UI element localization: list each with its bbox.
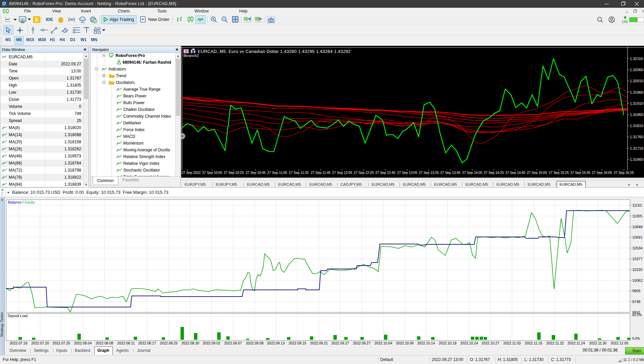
- svg-text:27 Sep 15:05: 27 Sep 15:05: [527, 171, 547, 175]
- svg-text:27 Sep 12:45: 27 Sep 12:45: [375, 171, 395, 175]
- svg-text:27 Sep 2022: 27 Sep 2022: [182, 171, 201, 175]
- svg-text:27 Sep 16:05: 27 Sep 16:05: [592, 171, 612, 175]
- svg-text:2022.10.04: 2022.10.04: [375, 341, 392, 345]
- svg-text:2022.09.27: 2022.09.27: [331, 341, 349, 345]
- svg-text:2022.10.06: 2022.10.06: [396, 341, 414, 345]
- svg-text:10848: 10848: [632, 225, 643, 229]
- svg-text:10691: 10691: [632, 235, 643, 239]
- svg-text:2022.11.15: 2022.11.15: [525, 341, 542, 345]
- svg-text:2022.11.30: 2022.11.30: [589, 341, 607, 345]
- svg-text:11005: 11005: [632, 214, 642, 218]
- svg-text:2022.09.15: 2022.09.15: [289, 341, 307, 345]
- svg-text:1.31660: 1.31660: [630, 157, 643, 161]
- svg-text:10377: 10377: [632, 257, 643, 261]
- svg-text:Balance / Equity: Balance / Equity: [8, 200, 35, 204]
- svg-text:27 Sep 11:45: 27 Sep 11:45: [311, 171, 331, 175]
- svg-text:1.32060: 1.32060: [630, 68, 643, 72]
- svg-text:1.31710: 1.31710: [630, 146, 643, 150]
- svg-text:27 Sep 15:45: 27 Sep 15:45: [570, 171, 590, 175]
- svg-text:27 Sep 14:45: 27 Sep 14:45: [505, 171, 525, 175]
- svg-text:2022.08.25: 2022.08.25: [160, 341, 178, 345]
- svg-text:2022.08.04: 2022.08.04: [74, 341, 92, 345]
- svg-text:$: $: [35, 17, 38, 22]
- svg-text:2022.10.14: 2022.10.14: [417, 341, 435, 345]
- svg-text:27 Sep 11:05: 27 Sep 11:05: [267, 171, 287, 175]
- svg-text:10220: 10220: [632, 268, 643, 272]
- svg-text:2022.11.24: 2022.11.24: [568, 341, 585, 345]
- svg-text:27 Sep 14:25: 27 Sep 14:25: [484, 171, 504, 175]
- svg-text:9905: 9905: [632, 289, 640, 293]
- svg-text:27 Sep 13:05: 27 Sep 13:05: [397, 171, 417, 175]
- svg-text:1.31760: 1.31760: [630, 135, 643, 139]
- svg-text:1.32110: 1.32110: [630, 57, 643, 61]
- svg-text:1.31910: 1.31910: [630, 101, 643, 105]
- svg-text:1.32010: 1.32010: [630, 79, 643, 83]
- svg-text:2022.10.27: 2022.10.27: [482, 341, 500, 345]
- svg-text:27 Sep 13:45: 27 Sep 13:45: [440, 171, 460, 175]
- svg-text:2022.07.20: 2022.07.20: [31, 341, 49, 345]
- svg-text:27 Sep 12:25: 27 Sep 12:25: [354, 171, 374, 175]
- svg-text:27 Sep 10:45: 27 Sep 10:45: [246, 171, 266, 175]
- svg-text:2022.08.17: 2022.08.17: [138, 341, 156, 345]
- svg-text:27 Sep 15:25: 27 Sep 15:25: [549, 171, 569, 175]
- svg-text:2022.07.25: 2022.07.25: [53, 341, 70, 345]
- svg-text:2022.08.11: 2022.08.11: [117, 341, 135, 345]
- svg-text:27 Sep 10:25: 27 Sep 10:25: [224, 171, 244, 175]
- svg-text:1.31960: 1.31960: [630, 90, 643, 94]
- svg-text:2022.10.18: 2022.10.18: [439, 341, 457, 345]
- svg-text:2022.09.27: 2022.09.27: [353, 341, 371, 345]
- svg-text:10534: 10534: [632, 246, 643, 250]
- svg-text:Deposit Load: Deposit Load: [8, 314, 28, 318]
- svg-text:EURCAD, M5: Euro vs Canadian: EURCAD, M5: Euro vs Canadian Dollar 1.43…: [198, 49, 351, 54]
- svg-text:27 Sep 14:05: 27 Sep 14:05: [462, 171, 482, 175]
- svg-text:10062: 10062: [632, 278, 643, 282]
- svg-text:2022.07.18: 2022.07.18: [10, 341, 28, 345]
- svg-text:2022.11.22: 2022.11.22: [546, 341, 564, 345]
- svg-text:2022.09.21: 2022.09.21: [310, 341, 328, 345]
- svg-text:2022.08.30: 2022.08.30: [182, 341, 199, 345]
- svg-text:2022.09.13: 2022.09.13: [267, 341, 285, 345]
- svg-text:27 Sep 12:05: 27 Sep 12:05: [332, 171, 352, 175]
- svg-text:2022.09.02: 2022.09.02: [203, 341, 221, 345]
- svg-text:27 Sep 10:05: 27 Sep 10:05: [202, 171, 222, 175]
- svg-text:27 Sep 13:25: 27 Sep 13:25: [419, 171, 439, 175]
- svg-text:1.31810: 1.31810: [630, 124, 643, 128]
- svg-text:2022.09.07: 2022.09.07: [224, 341, 242, 345]
- svg-text:27 Sep 11:25: 27 Sep 11:25: [289, 171, 309, 175]
- svg-text:9748: 9748: [632, 300, 640, 304]
- svg-text:2022.09.08: 2022.09.08: [246, 341, 264, 345]
- svg-text:11162: 11162: [632, 203, 642, 207]
- svg-text:27 Sep 16:25: 27 Sep 16:25: [614, 171, 634, 175]
- svg-text:9branch2: 9branch2: [183, 54, 199, 58]
- svg-text:2022.10.24: 2022.10.24: [460, 341, 478, 345]
- svg-text:0.0%: 0.0%: [632, 337, 640, 340]
- svg-text:2022.12.05: 2022.12.05: [611, 341, 629, 345]
- svg-text:LVL: LVL: [622, 20, 628, 24]
- svg-text:2022.11.03: 2022.11.03: [503, 341, 521, 345]
- svg-text:1.31860: 1.31860: [630, 113, 643, 117]
- svg-text:2022.08.08: 2022.08.08: [96, 341, 114, 345]
- svg-text:50.0%: 50.0%: [632, 313, 642, 317]
